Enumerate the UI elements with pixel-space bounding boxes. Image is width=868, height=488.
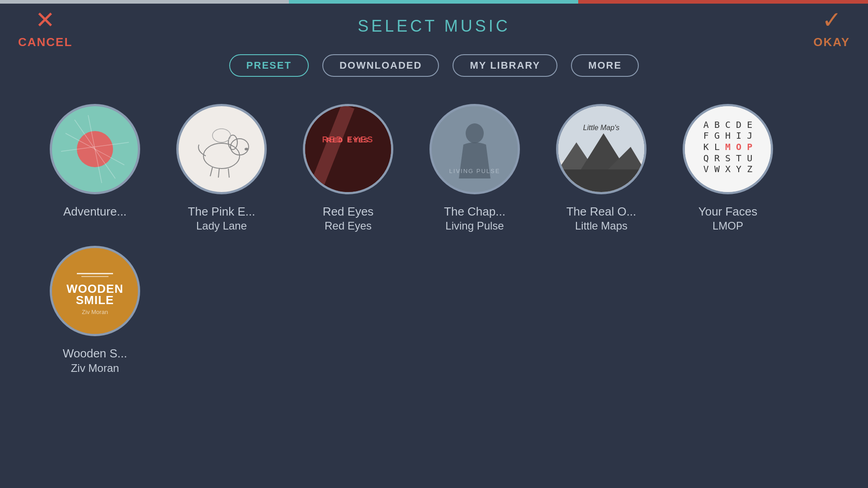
list-item[interactable]: WOODEN SMILE Ziv Moran Wooden S... Ziv M… [45,246,145,374]
progress-segment-3 [578,0,868,4]
album-art-pink [176,104,267,194]
svg-text:V W X Y Z: V W X Y Z [703,164,752,174]
list-item[interactable]: Adventure... [45,104,145,232]
music-subtitle: Red Eyes [325,220,372,232]
list-item[interactable]: Little Map's The Real O... Little Maps [552,104,651,232]
music-title: Wooden S... [63,345,127,361]
tab-downloaded[interactable]: DOWNLOADED [322,54,439,77]
svg-text:Little Map's: Little Map's [583,124,619,131]
svg-text:Q R S T U: Q R S T U [703,153,752,164]
filter-tabs: PRESET DOWNLOADED MY LIBRARY MORE [0,54,868,77]
svg-rect-34 [81,276,108,277]
music-subtitle: Ziv Moran [71,362,119,375]
tab-more[interactable]: MORE [571,54,639,77]
tab-preset[interactable]: PRESET [229,54,309,77]
svg-point-5 [231,139,249,155]
svg-line-7 [210,167,212,176]
album-art-adventure [50,104,140,194]
cancel-button[interactable]: ✕ CANCEL [18,8,72,49]
progress-segment-2 [289,0,578,4]
music-subtitle: Living Pulse [445,220,504,232]
cancel-label: CANCEL [18,35,72,49]
music-subtitle: LMOP [712,220,743,232]
svg-text:Ziv Moran: Ziv Moran [82,309,108,316]
svg-line-3 [88,115,102,183]
music-grid: Adventure... The P [0,90,868,388]
page-title: SELECT MUSIC [358,17,510,36]
tab-my-library[interactable]: MY LIBRARY [453,54,557,77]
music-subtitle: Lady Lane [196,220,247,232]
music-title: Adventure... [63,203,127,220]
list-item[interactable]: RED EYES Red Eyes Red Eyes [298,104,398,232]
album-art-red-eyes: RED EYES [303,104,393,194]
album-art-little-maps: Little Map's [556,104,646,194]
music-title: Red Eyes [323,203,374,220]
svg-text:SMILE: SMILE [76,293,114,307]
svg-point-10 [245,148,248,150]
music-title: The Real O... [566,203,637,220]
svg-rect-25 [558,169,644,192]
list-item[interactable]: A B C D E F G H I J K L M O P Q R S T U … [678,104,778,232]
okay-label: OKAY [813,35,850,49]
music-subtitle: Little Maps [575,220,627,232]
album-art-your-faces: A B C D E F G H I J K L M O P Q R S T U … [683,104,773,194]
svg-point-11 [212,129,231,142]
music-title: The Chap... [444,203,505,220]
svg-line-8 [218,169,219,178]
svg-text:LIVING PULSE: LIVING PULSE [449,168,500,174]
svg-rect-33 [77,273,113,274]
album-art-wooden-smile: WOODEN SMILE Ziv Moran [50,246,140,336]
svg-point-6 [228,135,237,150]
svg-text:A B C D E: A B C D E [703,119,752,130]
music-title: Your Faces [698,203,758,220]
album-art-chap: LIVING PULSE [429,104,520,194]
list-item[interactable]: LIVING PULSE The Chap... Living Pulse [425,104,524,232]
header: ✕ CANCEL SELECT MUSIC ✓ OKAY [0,4,868,49]
cancel-icon: ✕ [35,8,55,32]
list-item[interactable]: The Pink E... Lady Lane [172,104,271,232]
progress-bar [0,0,868,4]
okay-button[interactable]: ✓ OKAY [813,8,850,49]
svg-text:RED EYES: RED EYES [322,135,374,144]
svg-point-4 [203,143,240,169]
progress-segment-1 [0,0,289,4]
svg-text:F G H I J: F G H I J [703,130,752,141]
music-title: The Pink E... [188,203,255,220]
okay-icon: ✓ [822,8,842,32]
svg-line-9 [228,169,229,178]
svg-text:K L M O P: K L M O P [703,141,752,152]
svg-rect-17 [432,106,518,192]
